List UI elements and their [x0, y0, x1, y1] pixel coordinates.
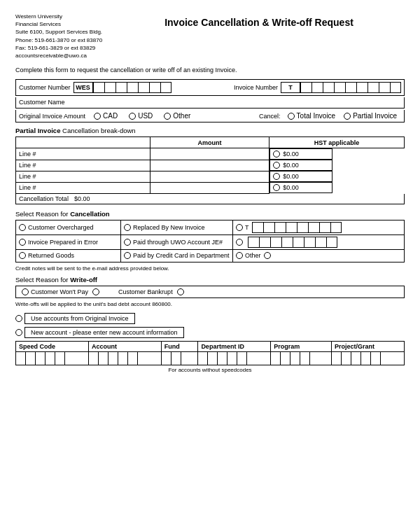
p-cell[interactable]	[300, 352, 310, 365]
cell[interactable]	[93, 82, 104, 93]
p-cell[interactable]	[310, 352, 320, 365]
replaced-t-radio[interactable]	[236, 224, 243, 231]
cell[interactable]	[379, 82, 390, 93]
p-cell[interactable]	[290, 352, 300, 365]
sc-cell[interactable]	[46, 352, 55, 365]
fund-header: Fund	[161, 341, 198, 351]
cell[interactable]	[300, 82, 312, 93]
cell[interactable]	[263, 222, 274, 233]
d-cell[interactable]	[208, 352, 218, 365]
cell[interactable]	[104, 82, 115, 93]
cell[interactable]	[304, 237, 315, 248]
ac-cell[interactable]	[118, 352, 128, 365]
cell[interactable]	[252, 222, 263, 233]
ac-cell[interactable]	[89, 352, 99, 365]
d-cell[interactable]	[218, 352, 227, 365]
hst-radio[interactable]	[273, 173, 280, 180]
cell[interactable]	[248, 237, 259, 248]
partial-line-row: Line # $0.00	[16, 148, 405, 160]
cell[interactable]	[281, 237, 293, 248]
pg-cell[interactable]	[332, 352, 342, 365]
speedcode-cell[interactable]	[16, 351, 89, 365]
cell[interactable]	[345, 82, 356, 93]
cell[interactable]	[323, 82, 334, 93]
cell[interactable]	[326, 237, 337, 248]
cell[interactable]	[330, 222, 342, 233]
paid-credit-radio[interactable]	[124, 252, 131, 259]
paid-uwo-radio[interactable]	[124, 239, 131, 246]
other-reason-radio[interactable]	[236, 252, 243, 259]
usd-radio[interactable]	[129, 113, 136, 120]
use-original-box: Use accounts from Original Invoice	[24, 313, 135, 324]
customer-name-label: Customer Name	[19, 99, 65, 106]
use-original-radio[interactable]	[15, 315, 22, 322]
fund-cell[interactable]	[161, 351, 198, 365]
cell[interactable]	[259, 237, 270, 248]
program-cell[interactable]	[271, 351, 332, 365]
cell[interactable]	[127, 82, 138, 93]
dept1: Financial Services	[15, 20, 113, 28]
partial-invoice-radio[interactable]	[344, 113, 351, 120]
f-cell[interactable]	[181, 352, 191, 365]
cell[interactable]	[334, 82, 345, 93]
d-cell[interactable]	[247, 352, 257, 365]
cad-radio[interactable]	[94, 113, 101, 120]
account-cell[interactable]	[88, 351, 161, 365]
pg-cell[interactable]	[381, 352, 391, 365]
pg-cell[interactable]	[342, 352, 351, 365]
sc-cell[interactable]	[36, 352, 46, 365]
cell[interactable]	[160, 82, 172, 93]
project-cell[interactable]	[332, 351, 405, 365]
pg-cell[interactable]	[351, 352, 361, 365]
cell[interactable]	[319, 222, 330, 233]
cell[interactable]	[149, 82, 160, 93]
pg-cell[interactable]	[361, 352, 371, 365]
sc-cell[interactable]	[65, 352, 75, 365]
d-cell[interactable]	[227, 352, 237, 365]
p-cell[interactable]	[271, 352, 281, 365]
invoice-error-radio[interactable]	[19, 239, 26, 246]
f-cell[interactable]	[172, 352, 181, 365]
other-radio[interactable]	[164, 113, 171, 120]
cell[interactable]	[315, 237, 326, 248]
f-cell[interactable]	[162, 352, 172, 365]
returned-goods-radio[interactable]	[19, 252, 26, 259]
hst-radio[interactable]	[273, 184, 280, 191]
p-cell[interactable]	[281, 352, 290, 365]
dept-cell[interactable]	[198, 351, 271, 365]
cell[interactable]	[308, 222, 319, 233]
cell[interactable]	[356, 82, 368, 93]
wont-pay-radio[interactable]	[22, 288, 29, 295]
d-cell[interactable]	[198, 352, 208, 365]
customer-overcharged-radio[interactable]	[19, 224, 26, 231]
sc-cell[interactable]	[26, 352, 36, 365]
cell[interactable]	[312, 82, 323, 93]
wont-pay-radio2[interactable]	[92, 288, 99, 295]
cell[interactable]	[293, 237, 304, 248]
sc-cell[interactable]	[55, 352, 65, 365]
line-hst: $0.00	[270, 160, 332, 171]
other-radio2[interactable]	[264, 252, 271, 259]
ac-cell[interactable]	[99, 352, 108, 365]
cell[interactable]	[270, 237, 281, 248]
new-account-radio[interactable]	[15, 329, 22, 336]
cell[interactable]	[286, 222, 297, 233]
hst-radio[interactable]	[273, 150, 280, 158]
cell[interactable]	[297, 222, 308, 233]
ac-cell[interactable]	[128, 352, 138, 365]
cell[interactable]	[368, 82, 379, 93]
cell[interactable]	[138, 82, 149, 93]
paid-uwo-je-radio[interactable]	[236, 239, 243, 246]
d-cell[interactable]	[237, 352, 247, 365]
cell[interactable]	[274, 222, 286, 233]
cell[interactable]	[115, 82, 127, 93]
cell[interactable]	[390, 82, 401, 93]
ac-cell[interactable]	[108, 352, 118, 365]
ac-cell[interactable]	[138, 352, 148, 365]
pg-cell[interactable]	[371, 352, 381, 365]
hst-radio[interactable]	[273, 162, 280, 169]
sc-cell[interactable]	[16, 352, 26, 365]
bankrupt-radio[interactable]	[177, 288, 184, 295]
total-invoice-radio[interactable]	[288, 113, 295, 120]
replaced-by-new-radio[interactable]	[124, 224, 131, 231]
